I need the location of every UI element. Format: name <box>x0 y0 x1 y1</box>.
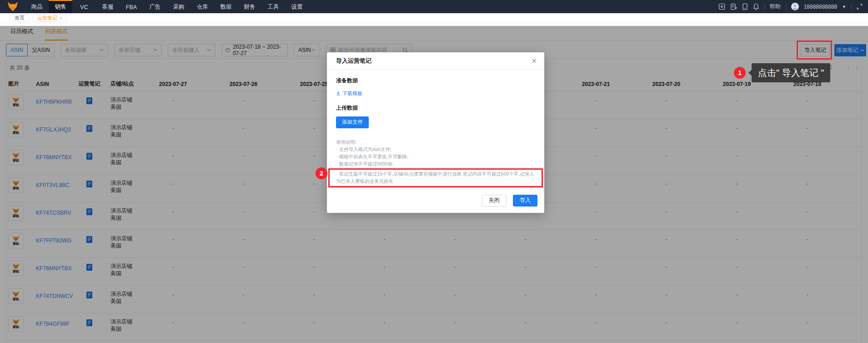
screen: 商品销售VC客服FBA广告采购仓库数据财务工具设置 帮助 18888888888… <box>0 0 868 343</box>
usage-item: · 数据记录不可超过5000条; <box>336 160 535 167</box>
tab-home[interactable]: 首页 <box>10 14 29 22</box>
modal-title: 导入运营笔记 <box>336 57 371 64</box>
usage-title: 使用说明: <box>336 138 535 146</box>
upload-data-title: 上传数据 <box>336 104 535 112</box>
help-link[interactable]: 帮助 <box>770 3 781 10</box>
nav-item-数据[interactable]: 数据 <box>214 0 238 13</box>
user-avatar[interactable] <box>791 3 799 10</box>
import-button[interactable]: 导入 <box>513 195 537 207</box>
nav-item-广告[interactable]: 广告 <box>143 0 167 13</box>
nav-item-仓库[interactable]: 仓库 <box>191 0 214 13</box>
modal-header: 导入运营笔记 ✕ <box>327 52 544 70</box>
download-icon <box>336 91 341 96</box>
nav-item-财务[interactable]: 财务 <box>238 0 261 13</box>
prepare-data-title: 准备数据 <box>336 77 535 85</box>
close-button[interactable]: 关闭 <box>482 195 507 207</box>
tab-operation-notes-label: 运营笔记 <box>37 15 57 21</box>
nav-item-工具[interactable]: 工具 <box>261 0 285 13</box>
modal-footer: 关闭 导入 <box>327 187 544 213</box>
nav-item-采购[interactable]: 采购 <box>167 0 191 13</box>
top-nav: 商品销售VC客服FBA广告采购仓库数据财务工具设置 帮助 18888888888… <box>0 0 868 13</box>
divider <box>786 4 786 10</box>
download-center-icon[interactable] <box>718 3 725 10</box>
usage-instructions: 使用说明: · 支持导入格式为xlsx文件;· 模板中的表头不可更改,不可删除;… <box>336 138 535 187</box>
usage-item: · 支持导入格式为xlsx文件; <box>336 146 535 153</box>
annotation-step-1-tooltip: 点击" 导入笔记 " <box>752 63 830 82</box>
import-notes-modal: 导入运营笔记 ✕ 准备数据 下载模板 上传数据 添加文件 使用说明: · 支持导… <box>327 52 544 213</box>
nav-item-设置[interactable]: 设置 <box>285 0 309 13</box>
highlighted-usage-rule: · 笔记主题不可超过15个字,店铺/站点需要在模板中进行选择,笔记内容不可超过5… <box>328 168 543 187</box>
nav-right: 帮助 18888888888 ▼ <box>718 0 863 13</box>
nav-item-FBA[interactable]: FBA <box>120 0 143 13</box>
app-logo-fox-icon[interactable] <box>0 0 25 13</box>
notifications-bell-icon[interactable] <box>753 3 759 10</box>
download-template-link[interactable]: 下载模板 <box>336 90 362 97</box>
nav-item-客服[interactable]: 客服 <box>96 0 120 13</box>
tab-operation-notes[interactable]: 运营笔记 × <box>33 14 67 22</box>
nav-item-销售[interactable]: 销售 <box>49 0 72 13</box>
fullscreen-icon[interactable] <box>857 4 863 10</box>
main-menu: 商品销售VC客服FBA广告采购仓库数据财务工具设置 <box>25 0 309 13</box>
user-phone[interactable]: 18888888888 <box>804 4 837 10</box>
page-tab-bar: 首页 运营笔记 × <box>0 13 868 23</box>
user-menu-caret-icon[interactable]: ▼ <box>842 5 846 9</box>
usage-item: · 模板中的表头不可更改,不可删除; <box>336 153 535 160</box>
feedback-note-icon[interactable] <box>730 3 737 10</box>
divider <box>851 4 852 10</box>
modal-body: 准备数据 下载模板 上传数据 添加文件 使用说明: · 支持导入格式为xlsx文… <box>327 70 544 187</box>
download-template-label: 下载模板 <box>342 90 362 97</box>
add-file-button[interactable]: 添加文件 <box>336 116 369 128</box>
mobile-app-icon[interactable] <box>742 3 748 10</box>
close-icon[interactable]: ✕ <box>531 52 537 70</box>
usage-list: · 支持导入格式为xlsx文件;· 模板中的表头不可更改,不可删除;· 数据记录… <box>336 146 535 167</box>
nav-item-VC[interactable]: VC <box>72 0 96 13</box>
usage-highlight-text: · 笔记主题不可超过15个字,店铺/站点需要在模板中进行选择,笔记内容不可超过5… <box>336 171 534 184</box>
divider <box>764 4 765 10</box>
close-tab-icon[interactable]: × <box>60 15 62 21</box>
nav-item-商品[interactable]: 商品 <box>25 0 49 13</box>
tab-home-label: 首页 <box>15 15 25 21</box>
